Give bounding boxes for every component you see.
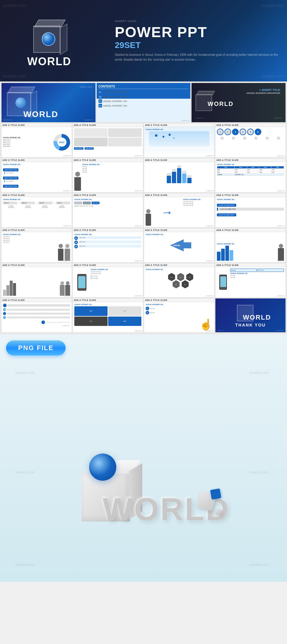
slide-table[interactable]: ADD A TITLE SLIDE ASADAL INTERNET, INC. … [215, 158, 286, 193]
banner-description: Started its business in Seoul, Korea in … [115, 53, 281, 62]
world-text-banner: WORLD [27, 55, 71, 68]
slide-arrow-steps[interactable]: ADD A TITLE SLIDE ASADAL INTERNET, INC. … [1, 193, 72, 228]
slide-hand-touch[interactable]: ADD A TITLE SLIDE ASADAL INTERNET, INC. … [144, 298, 214, 333]
slide-label: ADD A TITLE SLIDE [215, 123, 285, 127]
power-ppt-title: POWER PPT [115, 24, 281, 40]
small-cube-3 [216, 509, 222, 516]
slide-title-dark-content: WORLD I. INSERT TITLE ASADAL BUSINESS IN… [192, 83, 285, 122]
slide-contents[interactable]: CONTENTS 01ASADAL INTERNET, INC. 02ASADA… [96, 83, 191, 123]
slide-label: ADD A TITLE SLIDE [144, 123, 214, 127]
contents-item-2: 02ASADAL INTERNET, INC. [98, 95, 189, 98]
wm-png-5: asadal.com [15, 563, 35, 567]
slide-thank-you[interactable]: WORLD THANK YOU asadal.com asadal.com [215, 298, 286, 333]
slide-row-6: ADD A TITLE SLIDE [1, 298, 286, 333]
wm-png-2: asadal.com [249, 371, 269, 375]
svg-text:BY: BY [180, 277, 182, 278]
slide-donut-2012[interactable]: ADD A TITLE SLIDE ASADAL INTERNET, INC. … [1, 123, 72, 158]
set-label: 29SET [115, 40, 281, 50]
svg-text:BY: BY [184, 284, 186, 285]
slide-big-arrow[interactable]: ADD A TITLE SLIDE ASADAL INTERNET, INC. … [144, 228, 214, 263]
slide-label: ADD A TITLE SLIDE [73, 193, 143, 197]
slide-list-dots[interactable]: ADD A TITLE SLIDE [1, 298, 72, 333]
slide-cover-main[interactable]: WORLD INSERT LOGO asadal.com asadal.com [1, 83, 96, 123]
svg-text:GROW: GROW [173, 244, 180, 247]
slide-color-boxes[interactable]: ADD A TITLE SLIDE ASADAL INTERNET, INC. … [73, 298, 143, 333]
slide-row-1: ADD A TITLE SLIDE ASADAL INTERNET, INC. … [1, 123, 286, 158]
svg-text:BY: BY [175, 284, 177, 285]
slide-row-4: ADD A TITLE SLIDE ASADAL INTERNET, INC. … [1, 228, 286, 263]
slide-label: ADD A TITLE SLIDE [73, 123, 143, 127]
slide-label: ADD A TITLE SLIDE [2, 193, 72, 197]
slide-grid: WORLD INSERT LOGO asadal.com asadal.com … [0, 81, 287, 334]
slide-label: ADD A TITLE SLIDE [2, 123, 72, 127]
slide-label: ADD A TITLE SLIDE [144, 228, 214, 232]
banner-right: INSERT LOGO POWER PPT 29SET Started its … [109, 0, 287, 81]
svg-text:BY: BY [189, 277, 191, 278]
banner-left: WORLD [0, 0, 109, 81]
top-banner: asadal.com asadal.com asadal.com asadal.… [0, 0, 287, 81]
slide-label: ADD A TITLE SLIDE [73, 158, 143, 162]
slide-hexagons[interactable]: ADD A TITLE SLIDE ASADAL INTERNET, INC. … [144, 263, 214, 298]
slide-label: ADD A TITLE SLIDE [2, 298, 72, 302]
contents-title: CONTENTS [98, 85, 189, 89]
slide-label: ADD A TITLE SLIDE [144, 298, 214, 302]
slide-label: ADD A TITLE SLIDE [215, 263, 285, 267]
wm-png-6: asadal.com [249, 563, 269, 567]
small-cube-2 [210, 488, 221, 499]
slide-row-2: ADD A TITLE SLIDE ASADAL INTERNET, INC. … [1, 158, 286, 193]
watermark-br: asadal.com [261, 74, 284, 78]
png-section: PNG FILE asadal.com asadal.com asadal.co… [0, 334, 287, 582]
slide-row-3: ADD A TITLE SLIDE ASADAL INTERNET, INC. … [1, 193, 286, 228]
slide-row-5: ADD A TITLE SLIDE [1, 263, 286, 298]
contents-item-1: 01ASADAL INTERNET, INC. [98, 90, 189, 94]
slide-cover-content: WORLD INSERT LOGO asadal.com asadal.com [2, 83, 95, 122]
wm-png-3: asadal.com [15, 470, 35, 474]
wm-png-4: asadal.com [249, 470, 269, 474]
slide-label: ADD A TITLE SLIDE [73, 263, 143, 267]
slide-label: ADD A TITLE SLIDE [144, 158, 214, 162]
slide-phone-cards[interactable]: ADD A TITLE SLIDE ASADAL INTERNET ASADAL… [215, 263, 286, 298]
slide-steps-numbered[interactable]: ADD A TITLE SLIDE 1 2 3 4 5 6 ADDTEXT AD… [215, 123, 286, 158]
slide-label: ADD A TITLE SLIDE [2, 158, 72, 162]
slide-person-arrow[interactable]: ADD A TITLE SLIDE → ASADAL INTERNET, INC… [144, 193, 214, 228]
slide-step-arrows[interactable]: ADD A TITLE SLIDE ASADAL INTERNET, INC. … [73, 193, 143, 228]
slide-label: ADD A TITLE SLIDE [73, 228, 143, 232]
insert-logo-label: INSERT LOGO [115, 20, 281, 23]
slide-label: ADD A TITLE SLIDE [73, 298, 143, 302]
slide-bar-people2[interactable]: ADD A TITLE SLIDE [1, 263, 72, 298]
slide-person-chart[interactable]: ADD A TITLE SLIDE ASADAL INTERNET, INC. [215, 228, 286, 263]
slide-click-buttons[interactable]: ADD A TITLE SLIDE ASADAL INTERNET, INC. … [215, 193, 286, 228]
slide-label: ADD A TITLE SLIDE [144, 193, 214, 197]
slide-hand-phone[interactable]: ADD A TITLE SLIDE ASADAL INTERNET, INC. … [73, 263, 143, 298]
slide-title-dark[interactable]: WORLD I. INSERT TITLE ASADAL BUSINESS IN… [191, 83, 286, 123]
png-file-badge: PNG FILE [6, 340, 66, 355]
contents-item-3: 03ASADAL INTERNET, INC. [98, 99, 189, 103]
globe-png [89, 454, 116, 481]
slide-people-team[interactable]: ADD A TITLE SLIDE ADD TEXT ADD TEXT asad… [73, 123, 143, 158]
slide-person-suit[interactable]: ADD A TITLE SLIDE ASADAL INTERNET, INC. … [73, 158, 143, 193]
slide-label: ADD A TITLE SLIDE [144, 263, 214, 267]
wm-png-1: asadal.com [15, 371, 35, 375]
slide-bar-people[interactable]: ADD A TITLE SLIDE [144, 158, 214, 193]
slide-label: ADD A TITLE SLIDE [2, 228, 72, 232]
svg-text:BY: BY [171, 277, 173, 278]
watermark-tr: asadal.com [261, 3, 284, 8]
png-world-illustration: WORLD [60, 365, 227, 546]
slide-world-map[interactable]: ADD A TITLE SLIDE ASADAL INTERNET, INC. … [144, 123, 214, 158]
slide-label: ADD A TITLE SLIDE [215, 193, 285, 197]
slide-person-list[interactable]: ADD A TITLE SLIDE ASADAL INTERNET, INC. … [1, 228, 72, 263]
slide-label: ADD A TITLE SLIDE [215, 228, 285, 232]
slide-label: ADD A TITLE SLIDE [215, 158, 285, 162]
slide-blue-tags[interactable]: ADD A TITLE SLIDE ASADAL INTERNET, INC. … [1, 158, 72, 193]
contents-item-4: 04ASADAL INTERNET, INC. [98, 104, 189, 107]
slide-numbered-list[interactable]: ADD A TITLE SLIDE ASADAL INTERNET, INC. … [73, 228, 143, 263]
slide-row-0: WORLD INSERT LOGO asadal.com asadal.com … [1, 83, 286, 123]
slide-label: ADD A TITLE SLIDE [2, 263, 72, 267]
slide-contents-content: CONTENTS 01ASADAL INTERNET, INC. 02ASADA… [97, 83, 191, 122]
